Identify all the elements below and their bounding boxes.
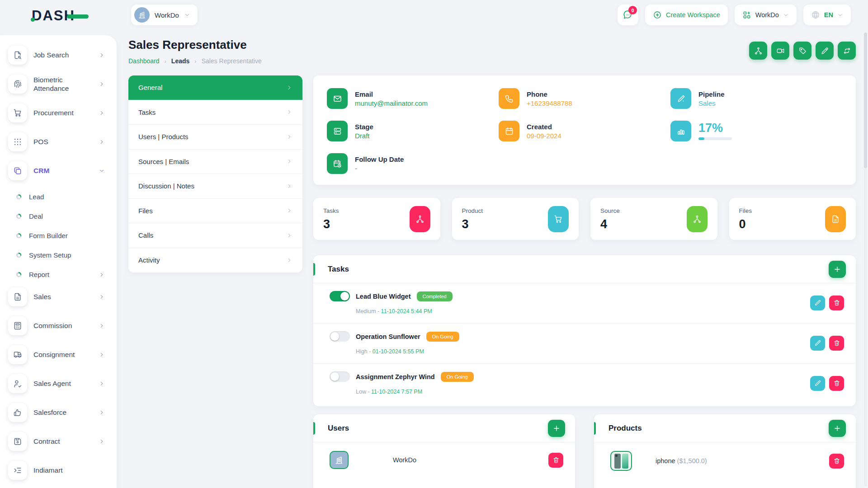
sidebar-item-indiamart[interactable]: Indiamart xyxy=(0,458,117,483)
breadcrumb-dashboard[interactable]: Dashboard xyxy=(128,57,160,65)
detail-menu-users-products[interactable]: Users | Products xyxy=(128,125,302,150)
thumb-up-icon xyxy=(8,403,27,422)
add-product-button[interactable] xyxy=(829,420,846,437)
task-meta: High - 01-10-2024 5:55 PM xyxy=(356,348,459,355)
plus-circle-icon xyxy=(653,10,662,19)
messages-button[interactable]: 0 xyxy=(618,5,638,25)
sidebar-item-system-setup[interactable]: System Setup xyxy=(0,245,117,265)
trash-icon xyxy=(833,380,840,387)
edit-task-button[interactable] xyxy=(810,376,825,391)
exchange-icon xyxy=(843,47,851,55)
info-pipeline: PipelineSales xyxy=(670,88,842,109)
chart-bar-icon xyxy=(670,121,691,141)
main-content: Sales Representative Dashboard › Leads ›… xyxy=(128,38,856,488)
sitemap-icon xyxy=(754,47,763,55)
calculator-icon xyxy=(8,316,27,335)
chevron-right-icon xyxy=(286,158,292,164)
bullet-icon xyxy=(16,194,21,199)
detail-menu-tasks[interactable]: Tasks xyxy=(128,100,302,125)
chevron-right-icon xyxy=(99,81,105,87)
detail-menu: General Tasks Users | Products Sources |… xyxy=(128,75,302,272)
task-row: Lead Blue Widget Completed Medium - 11-1… xyxy=(313,283,856,324)
sidebar-item-consignment[interactable]: Consignment xyxy=(0,342,117,367)
detail-menu-files[interactable]: Files xyxy=(128,199,302,224)
pencil-icon xyxy=(814,339,821,347)
product-name: iphone ($1,500.0) xyxy=(656,457,829,465)
info-phone: Phone+16239488788 xyxy=(499,88,670,109)
app-window: DASH WorkDo 0 Create Workspace WorkD xyxy=(0,0,868,488)
detail-menu-activity[interactable]: Activity xyxy=(128,248,302,273)
grid-plus-icon xyxy=(742,10,751,19)
delete-task-button[interactable] xyxy=(829,376,844,391)
sidebar-item-contract[interactable]: Contract xyxy=(0,429,117,454)
task-toggle[interactable] xyxy=(330,291,350,301)
sidebar-item-lead[interactable]: Lead xyxy=(0,187,117,206)
edit-task-button[interactable] xyxy=(810,296,825,310)
language-selector[interactable]: EN xyxy=(803,5,851,25)
label-action-button[interactable] xyxy=(793,42,811,60)
add-user-button[interactable] xyxy=(548,420,565,437)
notification-badge: 0 xyxy=(628,6,637,14)
detail-menu-discussion-notes[interactable]: Discussion | Notes xyxy=(128,174,302,199)
bullet-icon xyxy=(16,214,21,219)
sidebar-item-pos[interactable]: POS xyxy=(0,129,117,155)
chevron-right-icon xyxy=(99,139,105,145)
chevron-right-icon xyxy=(99,352,105,358)
detail-menu-general[interactable]: General xyxy=(128,75,302,100)
progress-percent: 17% xyxy=(698,122,732,134)
account-workspace-menu[interactable]: WorkDo xyxy=(735,5,797,25)
chevron-right-icon xyxy=(286,257,292,263)
lead-info-card: Emailmunuty@mailinator.com Phone+1623948… xyxy=(313,75,856,185)
delete-task-button[interactable] xyxy=(829,296,844,310)
sidebar-item-procurement[interactable]: Procurement xyxy=(0,100,117,126)
sidebar-item-crm[interactable]: CRM xyxy=(0,158,117,183)
workspace-name: WorkDo xyxy=(155,11,179,19)
sidebar-item-biometric-attendance[interactable]: Biometric Attendance xyxy=(0,71,117,97)
scrollbar-thumb[interactable] xyxy=(864,33,867,168)
detail-menu-sources-emails[interactable]: Sources | Emails xyxy=(128,150,302,174)
page-title: Sales Representative xyxy=(128,38,262,52)
trash-icon xyxy=(833,339,840,347)
sidebar-item-job-search[interactable]: Job Search xyxy=(0,42,117,68)
trash-icon xyxy=(552,456,560,464)
calendar-clock-icon xyxy=(327,153,348,174)
video-call-action-button[interactable] xyxy=(771,42,789,60)
sidebar-item-commission[interactable]: Commission xyxy=(0,313,117,338)
task-status-badge: On Going xyxy=(441,372,474,382)
trash-icon xyxy=(833,457,840,465)
chevron-right-icon xyxy=(99,380,105,387)
create-workspace-button[interactable]: Create Workspace xyxy=(645,5,728,25)
sidebar-item-form-builder[interactable]: Form Builder xyxy=(0,226,117,245)
tag-icon xyxy=(798,47,807,55)
section-accent xyxy=(313,422,315,435)
cart-icon xyxy=(548,206,569,232)
convert-action-button[interactable] xyxy=(838,42,856,60)
sidebar-item-sales[interactable]: Sales xyxy=(0,284,117,310)
breadcrumb-leads[interactable]: Leads xyxy=(171,57,189,65)
workspace-switcher[interactable]: WorkDo xyxy=(131,5,198,25)
trash-icon xyxy=(833,299,840,306)
scrollbar-track[interactable] xyxy=(864,33,867,486)
delete-task-button[interactable] xyxy=(829,336,844,351)
sitemap-icon xyxy=(687,206,708,232)
sidebar-item-report[interactable]: Report xyxy=(0,265,117,284)
task-status-badge: Completed xyxy=(417,291,453,301)
sidebar-item-deal[interactable]: Deal xyxy=(0,206,117,226)
chevron-right-icon xyxy=(99,272,105,278)
delete-product-button[interactable] xyxy=(829,454,844,469)
task-toggle[interactable] xyxy=(330,331,350,342)
task-status-badge: On Going xyxy=(426,332,459,342)
edit-action-button[interactable] xyxy=(816,42,834,60)
task-toggle[interactable] xyxy=(330,371,350,382)
sitemap-action-button[interactable] xyxy=(749,42,767,60)
workspace-avatar xyxy=(134,7,150,23)
pen-icon xyxy=(670,88,691,109)
add-task-button[interactable] xyxy=(829,261,846,278)
detail-menu-calls[interactable]: Calls xyxy=(128,223,302,248)
delete-user-button[interactable] xyxy=(548,453,563,468)
products-section-title: Products xyxy=(609,424,829,433)
sidebar-item-sales-agent[interactable]: Sales Agent xyxy=(0,371,117,396)
sidebar-item-salesforce[interactable]: Salesforce xyxy=(0,400,117,425)
edit-task-button[interactable] xyxy=(810,336,825,351)
chevron-down-icon xyxy=(99,168,105,174)
